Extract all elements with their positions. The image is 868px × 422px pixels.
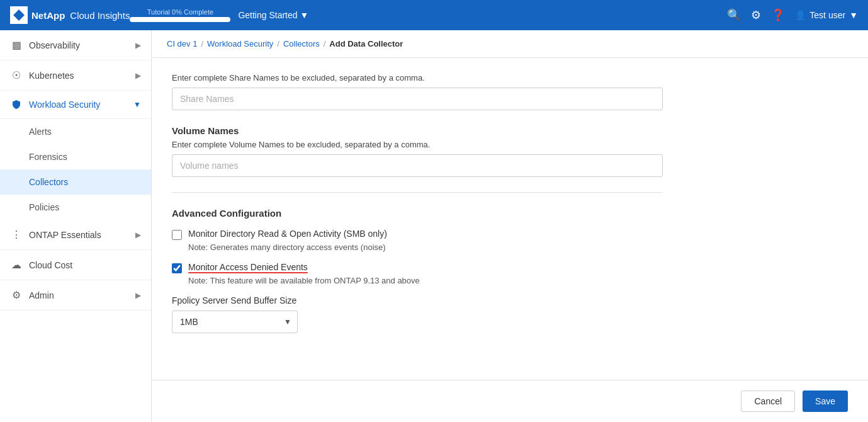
kubernetes-icon: ☉ bbox=[10, 69, 23, 81]
sidebar-item-label: Cloud Cost bbox=[29, 260, 72, 270]
brand-name: NetApp bbox=[31, 10, 65, 21]
monitor-directory-label[interactable]: Monitor Directory Read & Open Activity (… bbox=[188, 229, 387, 239]
breadcrumb: CI dev 1 / Workload Security / Collector… bbox=[152, 30, 868, 58]
volume-names-label: Enter complete Volume Names to be exclud… bbox=[172, 140, 848, 149]
chevron-right-icon: ▶ bbox=[135, 41, 141, 50]
sidebar-item-label: ONTAP Essentials bbox=[29, 230, 101, 240]
save-button[interactable]: Save bbox=[803, 391, 848, 412]
volume-names-input[interactable] bbox=[172, 154, 663, 177]
fpolicy-label: Fpolicy Server Send Buffer Size bbox=[172, 295, 848, 305]
section-divider bbox=[172, 192, 663, 193]
monitor-denied-label-text: Monitor Access Denied Events bbox=[188, 262, 308, 272]
sidebar-item-ontap-essentials[interactable]: ⋮ ONTAP Essentials ▶ bbox=[0, 220, 151, 250]
sidebar-sub-item-label: Policies bbox=[29, 202, 59, 212]
monitor-directory-note: Note: Generates many directory access ev… bbox=[188, 242, 848, 252]
sidebar-sub-item-label: Forensics bbox=[29, 152, 67, 162]
form-footer: Cancel Save bbox=[152, 380, 868, 422]
monitor-directory-checkbox-row: Monitor Directory Read & Open Activity (… bbox=[172, 229, 848, 240]
nav-right-actions: 🔍 ⚙ ❓ 👤 Test user ▼ bbox=[727, 8, 858, 22]
bar-chart-icon: ▩ bbox=[10, 39, 23, 51]
fpolicy-select-group: Fpolicy Server Send Buffer Size 1MB 2MB … bbox=[172, 295, 848, 333]
logo-icon bbox=[10, 6, 28, 24]
breadcrumb-current: Add Data Collector bbox=[329, 39, 403, 48]
breadcrumb-separator: / bbox=[324, 39, 326, 48]
monitor-denied-label[interactable]: Monitor Access Denied Events bbox=[188, 262, 308, 272]
sidebar-item-observability[interactable]: ▩ Observability ▶ bbox=[0, 30, 151, 60]
chevron-right-icon: ▶ bbox=[135, 291, 141, 300]
sidebar-sub-item-collectors[interactable]: Collectors bbox=[0, 169, 151, 195]
user-avatar-icon: 👤 bbox=[795, 10, 806, 20]
search-icon[interactable]: 🔍 bbox=[727, 8, 741, 22]
volume-names-title: Volume Names bbox=[172, 125, 848, 136]
sidebar-item-kubernetes[interactable]: ☉ Kubernetes ▶ bbox=[0, 60, 151, 91]
user-menu-button[interactable]: 👤 Test user ▼ bbox=[795, 10, 858, 20]
sidebar-item-cloud-cost[interactable]: ☁ Cloud Cost bbox=[0, 250, 151, 280]
breadcrumb-link-workload-security[interactable]: Workload Security bbox=[207, 39, 273, 48]
chevron-right-icon: ▶ bbox=[135, 231, 141, 239]
chevron-down-icon: ▼ bbox=[133, 100, 141, 109]
gear-icon[interactable]: ⚙ bbox=[751, 8, 761, 22]
fpolicy-select-wrapper: 1MB 2MB 4MB 8MB ▼ bbox=[172, 311, 298, 333]
user-label: Test user bbox=[809, 10, 845, 20]
share-names-label: Enter complete Share Names to be exclude… bbox=[172, 73, 848, 83]
grid-icon: ⋮ bbox=[10, 229, 23, 241]
app-title: Cloud Insights bbox=[70, 10, 130, 21]
chevron-down-icon: ▼ bbox=[300, 10, 309, 20]
gear-icon: ⚙ bbox=[10, 289, 23, 301]
main-layout: ▩ Observability ▶ ☉ Kubernetes ▶ Workloa… bbox=[0, 30, 868, 422]
monitor-denied-checkbox-row: Monitor Access Denied Events bbox=[172, 262, 848, 273]
sidebar-sub-item-alerts[interactable]: Alerts bbox=[0, 119, 151, 144]
user-chevron-icon: ▼ bbox=[849, 10, 858, 20]
share-names-input[interactable] bbox=[172, 88, 663, 110]
breadcrumb-link-ci-dev[interactable]: CI dev 1 bbox=[167, 39, 197, 48]
share-names-field-group: Enter complete Share Names to be exclude… bbox=[172, 73, 848, 110]
chevron-right-icon: ▶ bbox=[135, 71, 141, 80]
content-area: CI dev 1 / Workload Security / Collector… bbox=[152, 30, 868, 422]
netapp-logo: NetApp Cloud Insights bbox=[10, 6, 130, 24]
tutorial-progress-track bbox=[130, 17, 230, 22]
help-icon[interactable]: ❓ bbox=[771, 8, 785, 22]
sidebar-sub-item-label: Alerts bbox=[29, 127, 52, 137]
top-navigation: NetApp Cloud Insights Tutorial 0% Comple… bbox=[0, 0, 868, 30]
sidebar-item-workload-security[interactable]: Workload Security ▼ bbox=[0, 91, 151, 119]
breadcrumb-separator: / bbox=[277, 39, 279, 48]
sidebar-item-label: Observability bbox=[29, 40, 80, 50]
monitor-directory-checkbox[interactable] bbox=[172, 230, 182, 240]
fpolicy-select[interactable]: 1MB 2MB 4MB 8MB bbox=[172, 311, 298, 333]
sidebar-item-label: Kubernetes bbox=[29, 71, 74, 81]
volume-names-field-group: Volume Names Enter complete Volume Names… bbox=[172, 125, 848, 177]
advanced-config-section: Advanced Configuration Monitor Directory… bbox=[172, 208, 848, 333]
form-content: Enter complete Share Names to be exclude… bbox=[152, 58, 868, 380]
cancel-button[interactable]: Cancel bbox=[741, 391, 795, 412]
sidebar: ▩ Observability ▶ ☉ Kubernetes ▶ Workloa… bbox=[0, 30, 152, 422]
sidebar-sub-item-forensics[interactable]: Forensics bbox=[0, 144, 151, 169]
shield-icon bbox=[10, 100, 23, 110]
breadcrumb-link-collectors[interactable]: Collectors bbox=[283, 39, 320, 48]
sidebar-item-label: Admin bbox=[29, 290, 54, 300]
monitor-denied-checkbox[interactable] bbox=[172, 263, 182, 273]
monitor-denied-note: Note: This feature will be available fro… bbox=[188, 276, 848, 285]
sidebar-item-label: Workload Security bbox=[29, 100, 100, 110]
sidebar-item-admin[interactable]: ⚙ Admin ▶ bbox=[0, 280, 151, 311]
sidebar-sub-item-label: Collectors bbox=[29, 177, 68, 187]
getting-started-button[interactable]: Getting Started ▼ bbox=[238, 10, 308, 20]
breadcrumb-separator: / bbox=[201, 39, 203, 48]
sidebar-sub-item-policies[interactable]: Policies bbox=[0, 195, 151, 220]
cloud-icon: ☁ bbox=[10, 259, 23, 271]
advanced-config-title: Advanced Configuration bbox=[172, 208, 848, 219]
tutorial-label: Tutorial 0% Complete bbox=[147, 8, 213, 16]
tutorial-progress-bar: Tutorial 0% Complete bbox=[130, 8, 230, 22]
